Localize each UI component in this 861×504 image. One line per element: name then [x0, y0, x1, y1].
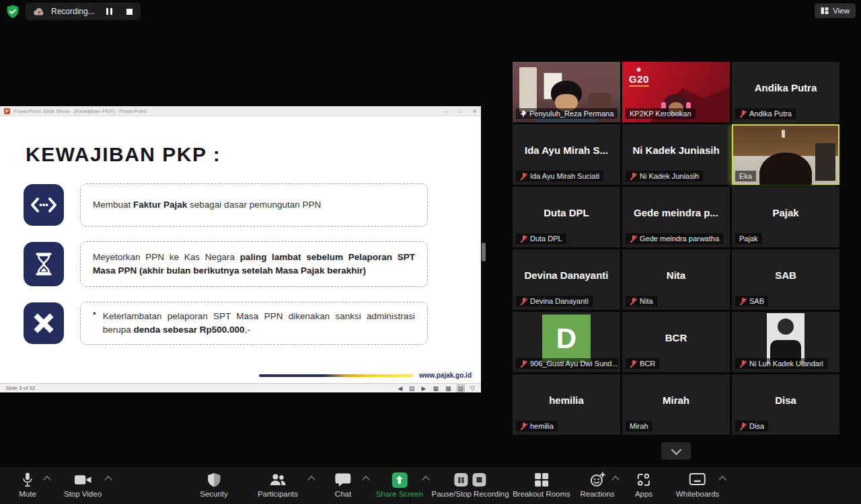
participant-tile-video[interactable]: ✺ G20 KP2KP Kerobokan: [622, 62, 730, 122]
window-minimize-button[interactable]: –: [445, 108, 447, 114]
participant-name-label: SAB: [735, 296, 768, 306]
muted-mic-icon: [739, 360, 747, 368]
security-button[interactable]: Security: [200, 472, 228, 498]
whiteboards-icon: [689, 472, 706, 487]
g20-logo: ✺ G20: [629, 67, 649, 87]
participant-tile[interactable]: D 906_Gusti Ayu Dwi Sund...: [513, 312, 620, 372]
participant-display-name: Devina Danayanti: [513, 269, 620, 280]
participant-tile[interactable]: SAB SAB: [732, 249, 839, 310]
video-options-caret[interactable]: [104, 476, 112, 483]
muted-mic-icon: [630, 235, 637, 243]
participants-options-caret[interactable]: [307, 476, 315, 483]
participant-name-label: Ida Ayu Mirah Suciati: [516, 171, 603, 181]
participant-tile[interactable]: Devina Danayanti Devina Danayanti: [513, 249, 620, 310]
chevron-down-icon: [671, 444, 681, 455]
chat-icon: [335, 472, 351, 488]
slideshow-view-button[interactable]: ▨: [457, 385, 465, 392]
window-restore-button[interactable]: □: [458, 108, 461, 114]
cross-icon: [24, 302, 64, 344]
slide-counter: Slide 3 of 32: [5, 385, 35, 391]
participant-tile-video-active-speaker[interactable]: Eka: [732, 124, 839, 185]
participant-name-label: Mirah: [626, 421, 652, 431]
participant-display-name: SAB: [732, 269, 839, 280]
slide-footer: www.pajak.go.id: [0, 372, 472, 379]
meeting-security-shield-icon[interactable]: [5, 4, 20, 19]
chat-button[interactable]: Chat: [335, 472, 351, 498]
share-screen-icon: [391, 472, 407, 488]
footer-gradient-bar: [259, 374, 414, 377]
participant-tile[interactable]: hemilia hemilia: [513, 374, 620, 435]
stop-video-button[interactable]: Stop Video: [64, 472, 102, 498]
slide-item-text: Membuat Faktur Pajak sebagai dasar pemun…: [80, 183, 428, 226]
participant-name-label: Andika Putra: [735, 108, 796, 119]
participant-tile[interactable]: BCR BCR: [622, 312, 730, 372]
participant-tile[interactable]: Ida Ayu Mirah S... Ida Ayu Mirah Suciati: [513, 124, 620, 185]
participant-tile[interactable]: Ni Luh Kadek Ulandari: [732, 312, 839, 372]
profile-photo: [767, 313, 804, 364]
share-screen-button[interactable]: Share Screen: [376, 472, 423, 498]
shared-screen-scrollbar[interactable]: [482, 243, 486, 261]
background-doorway: [815, 143, 835, 181]
participant-display-name: Mirah: [622, 394, 730, 405]
window-close-button[interactable]: ✕: [472, 108, 477, 114]
participant-name-label: Nita: [626, 296, 657, 306]
participant-name-label: Eka: [735, 171, 756, 181]
avatar: D: [542, 314, 591, 363]
hourglass-icon: [24, 242, 64, 286]
annotation-menu-button[interactable]: ▤: [408, 385, 416, 392]
participant-tile[interactable]: Pajak Pajak: [732, 187, 839, 247]
participant-tile[interactable]: Gede meindra p... Gede meindra parwatha: [622, 187, 730, 247]
normal-view-button[interactable]: ▦: [433, 385, 440, 392]
mute-button[interactable]: Mute: [19, 472, 36, 498]
participant-name-label: Penyuluh_Reza Permana: [516, 108, 617, 119]
reactions-icon: [589, 472, 605, 488]
muted-mic-icon: [739, 297, 747, 305]
participants-icon: [269, 472, 287, 488]
participant-tile[interactable]: Disa Disa: [732, 374, 839, 435]
person-silhouette: [759, 153, 812, 185]
pause-recording-toolbar-button[interactable]: [454, 473, 467, 487]
participant-tile[interactable]: Ni Kadek Juniasih Ni Kadek Juniasih: [622, 124, 730, 185]
powerpoint-status-bar: Slide 3 of 32 ◀ ▤ ▶ ▦ ▩ ▨ ▽: [0, 383, 481, 392]
zoom-meeting-window: Recording... View P PowerPoint Slide Sho…: [0, 0, 861, 504]
shared-powerpoint-window: P PowerPoint Slide Show - [Kewajiban PKP…: [0, 106, 481, 392]
recording-status-text: Recording...: [51, 7, 95, 16]
participant-tile[interactable]: Mirah Mirah: [622, 374, 730, 435]
participant-name-label: Pajak: [735, 233, 762, 244]
participant-display-name: BCR: [622, 331, 730, 343]
muted-mic-icon: [520, 360, 527, 368]
muted-mic-icon: [739, 422, 747, 430]
zoom-slider-button[interactable]: ▽: [470, 385, 476, 392]
breakout-rooms-button[interactable]: Breakout Rooms: [513, 472, 570, 498]
stop-recording-toolbar-button[interactable]: [472, 473, 486, 487]
chat-options-caret[interactable]: [362, 476, 369, 483]
participants-button[interactable]: Participants: [258, 472, 298, 498]
whiteboards-button[interactable]: Whiteboards: [676, 472, 720, 498]
mute-options-caret[interactable]: [43, 476, 50, 483]
background-lamp: [782, 130, 785, 138]
whiteboards-options-caret[interactable]: [718, 476, 726, 483]
participant-display-name: Nita: [622, 269, 730, 280]
stop-recording-button[interactable]: [126, 9, 133, 15]
view-button-label: View: [833, 7, 850, 15]
muted-mic-icon: [520, 422, 527, 430]
pause-recording-button[interactable]: [106, 8, 112, 15]
participant-display-name: Gede meindra p...: [622, 206, 730, 218]
slide-canvas: KEWAJIBAN PKP : Membuat Faktur Pajak seb…: [0, 116, 481, 383]
view-button[interactable]: View: [815, 3, 856, 18]
previous-slide-button[interactable]: ◀: [397, 385, 403, 392]
participant-tile[interactable]: Nita Nita: [622, 249, 730, 310]
slide-item-row: Meyetorkan PPN ke Kas Negara paling lamb…: [24, 241, 428, 287]
apps-button[interactable]: Apps: [635, 472, 652, 498]
meeting-toolbar: Mute Stop Video Security Participants 31…: [0, 467, 861, 504]
shield-icon: [207, 472, 221, 488]
participant-tile-video[interactable]: Penyuluh_Reza Permana: [513, 62, 620, 122]
reactions-button[interactable]: Reactions: [580, 472, 614, 498]
slide-sorter-view-button[interactable]: ▩: [445, 385, 452, 392]
participant-tile[interactable]: Andika Putra Andika Putra: [732, 62, 839, 122]
participant-name-label: Disa: [735, 421, 768, 431]
scroll-more-participants-button[interactable]: [661, 442, 691, 460]
footer-website: www.pajak.go.id: [419, 372, 472, 379]
participant-tile[interactable]: Duta DPL Duta DPL: [513, 187, 620, 247]
next-slide-button[interactable]: ▶: [421, 385, 427, 392]
